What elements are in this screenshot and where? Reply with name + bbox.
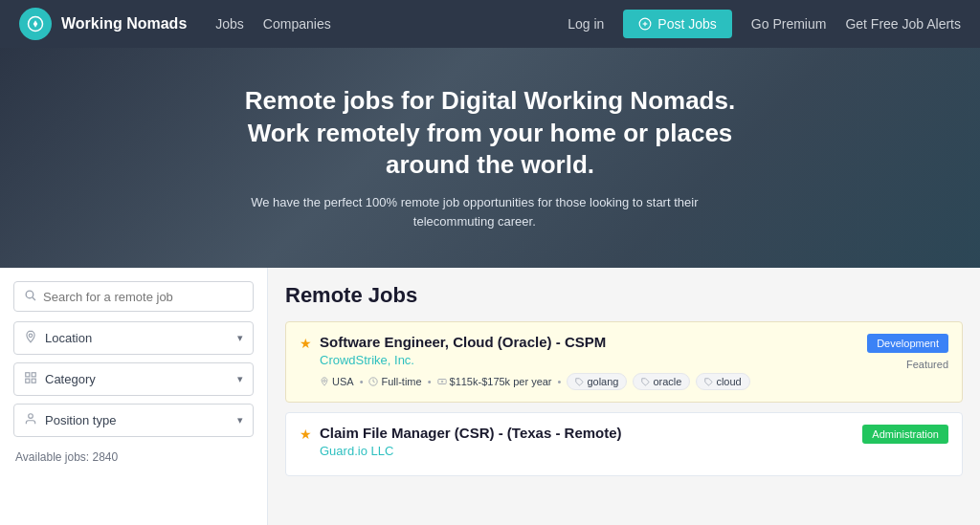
job-left-2: ★ Claim File Manager (CSR) - (Texas - Re… bbox=[300, 425, 853, 464]
location-chevron-icon: ▾ bbox=[237, 332, 243, 344]
position-type-filter-left: Position type bbox=[24, 412, 116, 428]
dot-separator: • bbox=[360, 376, 364, 387]
golang-tag: golang bbox=[567, 373, 627, 390]
svg-rect-7 bbox=[26, 373, 30, 377]
job-card[interactable]: ★ Claim File Manager (CSR) - (Texas - Re… bbox=[285, 412, 963, 476]
job-title-2: Claim File Manager (CSR) - (Texas - Remo… bbox=[320, 425, 853, 441]
hero-subtitle: We have the perfect 100% remote job oppo… bbox=[245, 193, 704, 230]
svg-rect-9 bbox=[26, 379, 30, 383]
svg-point-4 bbox=[26, 291, 33, 298]
golang-value: golang bbox=[587, 376, 618, 387]
cloud-tag-icon bbox=[704, 378, 713, 386]
featured-star-icon: ★ bbox=[300, 336, 312, 351]
dot-separator2: • bbox=[428, 376, 432, 387]
post-icon bbox=[638, 17, 652, 31]
oracle-tag-icon bbox=[641, 378, 650, 386]
svg-line-5 bbox=[33, 297, 35, 300]
position-type-chevron-icon: ▾ bbox=[237, 414, 243, 427]
hero-content: Remote jobs for Digital Working Nomads.W… bbox=[207, 85, 773, 230]
category-label: Category bbox=[45, 372, 96, 386]
location-filter-left: Location bbox=[24, 330, 92, 346]
cloud-value: cloud bbox=[716, 376, 741, 387]
cloud-tag: cloud bbox=[696, 373, 749, 390]
position-type-filter[interactable]: Position type ▾ bbox=[13, 404, 254, 437]
job-info: Software Engineer, Cloud (Oracle) - CSPM… bbox=[320, 334, 853, 390]
location-tag: USA bbox=[320, 376, 354, 387]
post-jobs-button[interactable]: Post Jobs bbox=[623, 10, 731, 38]
main-content: Location ▾ Category ▾ bbox=[0, 268, 980, 525]
premium-button[interactable]: Go Premium bbox=[751, 16, 827, 32]
nav-companies[interactable]: Companies bbox=[263, 16, 331, 32]
clock-icon bbox=[368, 377, 378, 386]
svg-rect-8 bbox=[32, 373, 35, 377]
job-card[interactable]: ★ Software Engineer, Cloud (Oracle) - CS… bbox=[285, 321, 963, 403]
pin-icon bbox=[320, 377, 329, 386]
administration-badge: Administration bbox=[862, 425, 948, 444]
nav-jobs[interactable]: Jobs bbox=[215, 16, 244, 32]
position-type-label: Position type bbox=[45, 413, 116, 427]
star-icon-2: ★ bbox=[300, 427, 312, 442]
salary-tag: $115k-$175k per year bbox=[437, 376, 552, 387]
position-type-icon bbox=[24, 412, 37, 428]
hero-title: Remote jobs for Digital Working Nomads.W… bbox=[245, 85, 735, 182]
location-filter[interactable]: Location ▾ bbox=[13, 321, 254, 355]
available-jobs-count: Available jobs: 2840 bbox=[13, 445, 254, 464]
hero-section: Remote jobs for Digital Working Nomads.W… bbox=[0, 48, 980, 268]
salary-value: $115k-$175k per year bbox=[450, 376, 552, 387]
category-filter[interactable]: Category ▾ bbox=[13, 362, 254, 396]
search-input[interactable] bbox=[43, 290, 243, 304]
navbar: Working Nomads Jobs Companies Log in Pos… bbox=[0, 0, 980, 48]
post-jobs-label: Post Jobs bbox=[657, 16, 716, 32]
time-value: Full-time bbox=[381, 376, 421, 387]
development-badge: Development bbox=[867, 334, 948, 353]
sidebar: Location ▾ Category ▾ bbox=[0, 268, 268, 525]
category-icon bbox=[24, 371, 37, 387]
category-filter-left: Category bbox=[24, 371, 96, 387]
job-title: Software Engineer, Cloud (Oracle) - CSPM bbox=[320, 334, 853, 350]
search-icon bbox=[24, 289, 36, 304]
category-chevron-icon: ▾ bbox=[237, 373, 243, 385]
login-button[interactable]: Log in bbox=[568, 16, 604, 32]
brand: Working Nomads bbox=[19, 8, 187, 40]
job-tags: USA • Full-time • $115k-$175k per year • bbox=[320, 373, 853, 390]
job-info-2: Claim File Manager (CSR) - (Texas - Remo… bbox=[320, 425, 853, 464]
logo-icon bbox=[19, 8, 52, 40]
tag-icon bbox=[575, 378, 584, 386]
job-right: Development Featured bbox=[853, 334, 948, 370]
svg-rect-10 bbox=[32, 379, 35, 383]
job-left: ★ Software Engineer, Cloud (Oracle) - CS… bbox=[300, 334, 853, 390]
location-value: USA bbox=[332, 376, 354, 387]
location-icon bbox=[24, 330, 37, 346]
job-company-2: Guard.io LLC bbox=[320, 444, 853, 458]
time-tag: Full-time bbox=[368, 376, 421, 387]
jobs-title: Remote Jobs bbox=[285, 283, 963, 308]
alerts-button[interactable]: Get Free Job Alerts bbox=[845, 16, 961, 32]
dot-separator3: • bbox=[558, 376, 562, 387]
jobs-panel: Remote Jobs ★ Software Engineer, Cloud (… bbox=[268, 268, 980, 525]
svg-rect-14 bbox=[437, 380, 445, 384]
oracle-tag: oracle bbox=[633, 373, 690, 390]
svg-point-11 bbox=[29, 414, 33, 419]
svg-point-12 bbox=[323, 380, 326, 383]
location-label: Location bbox=[45, 331, 92, 345]
salary-icon bbox=[437, 377, 447, 386]
job-right-2: Administration bbox=[853, 425, 948, 444]
oracle-value: oracle bbox=[653, 376, 681, 387]
job-company: CrowdStrike, Inc. bbox=[320, 353, 853, 367]
nav-right: Log in Post Jobs Go Premium Get Free Job… bbox=[568, 10, 961, 38]
featured-label: Featured bbox=[906, 359, 948, 370]
nav-links: Jobs Companies bbox=[215, 16, 539, 32]
search-box[interactable] bbox=[13, 281, 254, 312]
svg-point-6 bbox=[29, 334, 33, 338]
brand-name: Working Nomads bbox=[61, 15, 187, 33]
